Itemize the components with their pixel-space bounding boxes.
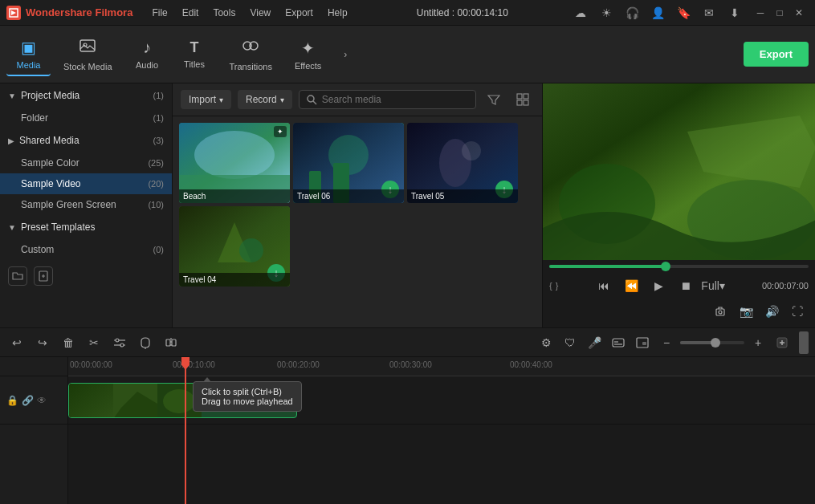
media-item-travel05[interactable]: ↓ Travel 05 <box>407 123 518 203</box>
media-item-travel06[interactable]: ↓ Travel 06 <box>293 123 404 203</box>
menu-file[interactable]: File <box>145 4 173 22</box>
record-button[interactable]: Record ▾ <box>238 90 292 109</box>
menu-export[interactable]: Export <box>279 4 320 22</box>
sidebar-section-preset-templates: ▼ Preset Templates Custom (0) <box>0 215 172 260</box>
chevron-down-icon: ▼ <box>8 91 16 100</box>
tooltip-line2: Drag to move playhead <box>202 396 293 406</box>
sun-icon[interactable]: ☀ <box>597 3 616 22</box>
svg-point-12 <box>194 131 275 179</box>
sidebar-item-sample-green-screen[interactable]: Sample Green Screen (10) <box>0 194 172 215</box>
zoom-in-button[interactable]: + <box>748 332 768 353</box>
tab-stock-media[interactable]: Stock Media <box>54 32 122 76</box>
more-tools-button[interactable]: › <box>334 43 357 66</box>
person-icon[interactable]: 👤 <box>648 3 667 22</box>
settings-button[interactable]: ⚙ <box>536 332 556 353</box>
snapshot-button[interactable] <box>709 300 731 323</box>
record-arrow-icon: ▾ <box>280 96 284 104</box>
quality-dropdown[interactable]: Full▾ <box>702 274 724 297</box>
sample-video-count: (20) <box>148 179 164 189</box>
sidebar-item-sample-color[interactable]: Sample Color (25) <box>0 152 172 173</box>
shield-button[interactable]: 🛡 <box>560 332 581 353</box>
add-track-button[interactable] <box>772 332 793 353</box>
sidebar-item-sample-video[interactable]: Sample Video (20) <box>0 173 172 194</box>
svg-rect-10 <box>524 100 528 105</box>
zoom-slider-knob[interactable] <box>711 338 720 348</box>
tab-transitions[interactable]: Transitions <box>220 32 282 76</box>
media-item-beach[interactable]: ✦ Beach <box>179 123 290 203</box>
snap-button[interactable] <box>161 332 181 353</box>
sidebar-item-folder[interactable]: Folder (1) <box>0 108 172 128</box>
scissors-button[interactable]: ✂ <box>84 332 104 353</box>
mic-button[interactable]: 🎤 <box>584 332 605 353</box>
export-button[interactable]: Export <box>744 42 809 67</box>
beach-label: Beach <box>179 189 290 203</box>
menu-view[interactable]: View <box>243 4 277 22</box>
track-label-icons: 🔒 🔗 👁 <box>6 395 47 406</box>
captions-button[interactable] <box>608 332 629 353</box>
grid-view-button[interactable] <box>511 88 534 111</box>
adjust-button[interactable] <box>109 332 130 353</box>
menu-tools[interactable]: Tools <box>206 4 242 22</box>
progress-knob[interactable] <box>661 262 670 271</box>
app-logo: Wondershare Filmora <box>6 6 132 20</box>
timeline-content: 🔒 🔗 👁 00:00:00:00 00:00:10:00 00:00:20:0… <box>0 357 815 504</box>
close-button[interactable]: ✕ <box>789 3 809 22</box>
app-name: Wondershare Filmora <box>26 6 132 18</box>
play-button[interactable]: ▶ <box>647 274 670 297</box>
headphone-icon[interactable]: 🎧 <box>622 3 642 22</box>
progress-fill <box>549 265 666 268</box>
progress-bar[interactable] <box>549 265 809 268</box>
tab-titles[interactable]: T Titles <box>173 35 217 74</box>
main-toolbar: ▣ Media Stock Media ♪ Audio T Titles Tra… <box>0 26 815 83</box>
delete-button[interactable]: 🗑 <box>58 332 79 353</box>
sidebar-preset-templates-label: Preset Templates <box>21 222 96 233</box>
bookmark-icon[interactable]: 🔖 <box>674 3 693 22</box>
sidebar-preset-templates-header[interactable]: ▼ Preset Templates <box>0 215 172 239</box>
mail-icon[interactable]: ✉ <box>699 3 719 22</box>
link-icon[interactable]: 🔗 <box>22 395 34 406</box>
tab-audio[interactable]: ♪ Audio <box>125 34 169 75</box>
time-mark-2: 00:00:20:00 <box>277 360 320 369</box>
audio-detach-button[interactable] <box>135 332 156 353</box>
filter-button[interactable] <box>483 88 505 111</box>
main-area: ▼ Project Media (1) Folder (1) ▶ Shared … <box>0 83 815 327</box>
download-icon[interactable]: ⬇ <box>725 3 744 22</box>
sidebar-project-media-header[interactable]: ▼ Project Media (1) <box>0 83 172 108</box>
media-item-travel04[interactable]: ↓ Travel 04 <box>179 206 290 287</box>
minimize-button[interactable]: ─ <box>751 3 770 22</box>
volume-button[interactable]: 🔊 <box>760 300 783 323</box>
add-file-button[interactable] <box>34 266 53 286</box>
sample-color-label: Sample Color <box>21 157 79 169</box>
skip-back-button[interactable]: ⏮ <box>593 274 615 297</box>
menu-help[interactable]: Help <box>321 4 354 22</box>
panel-resize-handle[interactable] <box>799 331 809 354</box>
undo-button[interactable]: ↩ <box>6 332 27 353</box>
cloud-icon[interactable]: ☁ <box>571 3 590 22</box>
clip-thumbnail <box>69 384 113 417</box>
sidebar-shared-media-header[interactable]: ▶ Shared Media (3) <box>0 128 172 152</box>
zoom-out-button[interactable]: − <box>656 332 677 353</box>
time-mark-3: 00:00:30:00 <box>389 360 432 369</box>
svg-rect-37 <box>172 339 176 346</box>
timeline-tracks: 00:00:00:00 00:00:10:00 00:00:20:00 00:0… <box>68 357 815 504</box>
sidebar-item-custom[interactable]: Custom (0) <box>0 239 172 260</box>
camera-button[interactable]: 📷 <box>735 300 757 323</box>
search-input[interactable] <box>322 94 469 105</box>
svg-point-5 <box>308 96 314 102</box>
fullscreen-button[interactable]: ⛶ <box>786 300 809 323</box>
current-time: 00:00:07:00 <box>762 281 809 291</box>
tab-media[interactable]: ▣ Media <box>6 33 51 76</box>
redo-button[interactable]: ↪ <box>32 332 53 353</box>
sidebar-project-media-count: (1) <box>153 91 164 100</box>
add-folder-button[interactable] <box>8 266 27 286</box>
tab-effects[interactable]: ✦ Effects <box>285 34 331 75</box>
maximize-button[interactable]: □ <box>770 3 789 22</box>
stop-button[interactable]: ⏹ <box>674 274 697 297</box>
step-back-button[interactable]: ⏪ <box>620 274 642 297</box>
import-button[interactable]: Import ▾ <box>181 90 231 109</box>
eye-icon[interactable]: 👁 <box>37 395 47 406</box>
search-icon <box>306 94 317 105</box>
menu-edit[interactable]: Edit <box>176 4 206 22</box>
lock-icon[interactable]: 🔒 <box>6 395 18 406</box>
pip-button[interactable] <box>632 332 653 353</box>
